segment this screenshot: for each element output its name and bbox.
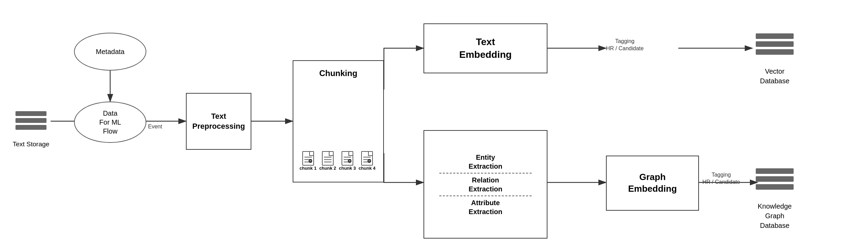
- chunk-3-label: chunk 3: [339, 166, 356, 171]
- text-embedding-label: Text Embedding: [459, 36, 512, 61]
- graph-embedding-box: Graph Embedding: [606, 156, 699, 211]
- kg-db-label: Knowledge Graph Database: [758, 201, 792, 230]
- vector-db-icon: Vector Database: [752, 23, 797, 65]
- metadata-ellipse: Metadata: [74, 33, 146, 71]
- chunk-1: ⚙ chunk 1: [300, 151, 316, 171]
- text-preprocessing-label: Text Preprocessing: [192, 112, 245, 131]
- kg-db-icon: Knowledge Graph Database: [752, 158, 797, 200]
- attribute-extraction-label: Attribute Extraction: [469, 198, 502, 216]
- dashed-sep-2: [439, 196, 532, 196]
- diagram: Text Storage Metadata Data For ML Flow E…: [0, 0, 868, 242]
- tagging-bottom-label: Tagging HR / Candidate: [702, 171, 740, 186]
- metadata-label: Metadata: [96, 47, 124, 56]
- chunk-4: ⚙ chunk 4: [358, 151, 375, 171]
- data-for-ml-label: Data For ML Flow: [99, 109, 121, 136]
- text-storage-icon: Text Storage: [10, 103, 52, 138]
- chunk-4-label: chunk 4: [358, 166, 375, 171]
- extraction-box: Entity Extraction Relation Extraction At…: [423, 130, 547, 239]
- text-preprocessing-box: Text Preprocessing: [186, 93, 251, 150]
- event-label: Event: [148, 123, 162, 130]
- text-storage-label: Text Storage: [13, 140, 50, 148]
- graph-embedding-label: Graph Embedding: [628, 171, 677, 195]
- dashed-sep-1: [439, 173, 532, 173]
- data-for-ml-ellipse: Data For ML Flow: [74, 102, 146, 143]
- vector-db-label: Vector Database: [760, 66, 789, 86]
- entity-extraction-label: Entity Extraction: [469, 153, 502, 171]
- chunk-3: ⚙ chunk 3: [339, 151, 356, 171]
- chunking-box: Chunking ⚙ chunk 1: [293, 60, 384, 182]
- chunk-2: chunk 2: [319, 151, 336, 171]
- chunk-1-label: chunk 1: [300, 166, 316, 171]
- chunk-2-label: chunk 2: [319, 166, 336, 171]
- text-embedding-box: Text Embedding: [423, 23, 547, 73]
- chunking-label: Chunking: [319, 68, 357, 78]
- chunk-icons: ⚙ chunk 1 chunk 2: [300, 144, 376, 171]
- tagging-top-label: Tagging HR / Candidate: [606, 38, 644, 52]
- relation-extraction-label: Relation Extraction: [469, 176, 502, 193]
